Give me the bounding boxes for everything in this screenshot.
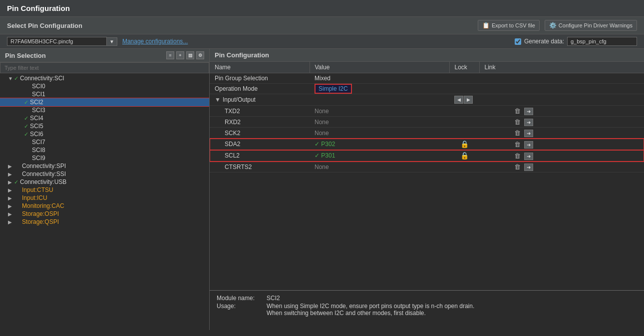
tree-item[interactable]: ▶✓Connectivity:USB [0,178,209,186]
tree-item[interactable]: ▶Storage:OSPI [0,210,209,218]
tree-item[interactable]: SCI3 [0,106,209,114]
configure-warnings-button[interactable]: ⚙️ Configure Pin Driver Warnings [545,20,637,31]
config-row-actions[interactable]: 🗑 ➜ [509,128,644,139]
file-select: ▼ [7,37,117,46]
tree-arrow-icon: ▼ [8,76,14,81]
tree-item[interactable]: ▶Connectivity:SSI [0,170,209,178]
config-row-link [479,106,509,117]
pin-config-title: Pin Configuration [215,51,269,59]
tree-item[interactable]: ▶Input:CTSU [0,186,209,194]
config-row-value[interactable]: None [310,117,449,128]
operation-mode-value: Simple I2C [315,84,352,94]
tree-arrow-icon: ▶ [8,203,14,209]
tree-arrow-icon: ▶ [8,219,14,225]
tree-item[interactable]: SCI8 [0,146,209,154]
table-row[interactable]: SCK2None 🗑 ➜ [210,128,644,139]
tree-item[interactable]: SCI0 [0,82,209,90]
config-row-link [479,139,509,150]
config-row-lock [449,106,479,117]
io-nav-left-button[interactable]: ◀ [454,96,463,104]
tree-item[interactable]: ✓SCI2 [0,98,209,106]
filename-dropdown-button[interactable]: ▼ [107,37,117,46]
config-row-actions[interactable]: 🗑 ➜ [509,117,644,128]
filter-icon[interactable]: ▤ [186,51,194,59]
lock-icon[interactable]: 🔒 [460,152,469,160]
module-name-value: SCI2 [267,295,280,302]
config-row-value[interactable]: None [310,162,449,172]
tree-item[interactable]: SCI7 [0,138,209,146]
right-panel: Pin Configuration Name Value Lock Link P… [210,49,644,330]
table-row[interactable]: ▼Input/Output ◀ ▶ [210,94,644,106]
config-row-link [479,117,509,128]
file-row: ▼ Manage configurations... Generate data… [0,34,644,49]
table-row[interactable]: RXD2None 🗑 ➜ [210,117,644,128]
tree-label: Input:CTSU [22,186,53,193]
io-nav-right-button[interactable]: ▶ [464,96,473,104]
table-row[interactable]: TXD2None 🗑 ➜ [210,106,644,117]
delete-icon[interactable]: 🗑 [514,163,521,170]
tree-item[interactable]: ▶Storage:QSPI [0,218,209,226]
tree-item[interactable]: SCI9 [0,154,209,162]
delete-icon[interactable]: 🗑 [514,107,521,115]
table-row[interactable]: Pin Group SelectionMixed [210,73,644,84]
config-row-value [310,94,449,106]
navigate-right-icon[interactable]: ➜ [524,119,533,126]
tree-label: Monitoring:CAC [22,202,64,209]
tree-item[interactable]: ▶Monitoring:CAC [0,202,209,210]
delete-icon[interactable]: 🗑 [514,129,521,137]
tree-item[interactable]: ▶Input:ICU [0,194,209,202]
navigate-right-icon[interactable]: ➜ [524,164,533,171]
col-actions [509,62,644,73]
tree-check-icon: ✓ [24,99,28,106]
table-row[interactable]: Operation ModeSimple I2C [210,84,644,94]
tree-label: SCI3 [32,107,45,114]
generate-data-checkbox[interactable] [515,38,521,45]
filename-input[interactable] [7,37,107,46]
navigate-right-icon[interactable]: ➜ [524,153,533,160]
tree-arrow-icon: ▶ [8,211,14,217]
tree-label: Connectivity:SCI [20,75,64,82]
tree-item[interactable]: SCI1 [0,90,209,98]
delete-icon[interactable]: 🗑 [514,152,521,160]
config-row-value[interactable]: Simple I2C [310,84,449,94]
config-row-name: SCL2 [210,150,310,162]
filter-input[interactable] [0,62,209,73]
collapse-all-icon[interactable]: ≡ [166,51,174,59]
config-row-value[interactable]: None [310,128,449,139]
delete-icon[interactable]: 🗑 [514,118,521,126]
config-row-value[interactable]: ✓ P301 [310,150,449,162]
tree-label: SCI8 [32,147,45,154]
tree-item[interactable]: ▼✓Connectivity:SCI [0,74,209,82]
col-lock: Lock [449,62,479,73]
expand-icon[interactable]: + [176,51,184,59]
config-row-value[interactable]: ✓ P302 [310,139,449,150]
config-row-lock[interactable]: 🔒 [449,139,479,150]
tree-item[interactable]: ▶Connectivity:SPI [0,162,209,170]
usage-row: Usage: When using Simple I2C mode, ensur… [217,303,637,317]
settings-icon[interactable]: ⚙ [196,51,204,59]
export-csv-button[interactable]: 📋 Export to CSV file [478,20,540,31]
tree-check-icon: ✓ [24,115,28,122]
tree-item[interactable]: ✓SCI6 [0,130,209,138]
config-row-lock[interactable]: 🔒 [449,150,479,162]
config-row-value[interactable]: None [310,106,449,117]
manage-configs-link[interactable]: Manage configurations... [122,38,188,45]
navigate-right-icon[interactable]: ➜ [524,130,533,137]
navigate-right-icon[interactable]: ➜ [524,108,533,115]
config-row-actions[interactable]: 🗑 ➜ [509,139,644,150]
config-row-actions[interactable]: 🗑 ➜ [509,106,644,117]
table-row[interactable]: CTSRTS2None 🗑 ➜ [210,162,644,172]
config-row-actions[interactable]: 🗑 ➜ [509,162,644,172]
tree-label: SCI6 [30,131,43,138]
tree-check-icon: ✓ [14,75,18,82]
lock-icon[interactable]: 🔒 [460,140,469,148]
table-row[interactable]: SCL2✓ P301🔒 🗑 ➜ [210,150,644,162]
delete-icon[interactable]: 🗑 [514,141,521,148]
navigate-right-icon[interactable]: ➜ [524,141,533,149]
generate-data-input[interactable] [567,37,637,46]
tree-item[interactable]: ✓SCI5 [0,122,209,130]
config-bar-actions: 📋 Export to CSV file ⚙️ Configure Pin Dr… [478,20,637,31]
tree-item[interactable]: ✓SCI4 [0,114,209,122]
config-row-actions[interactable]: 🗑 ➜ [509,150,644,162]
table-row[interactable]: SDA2✓ P302🔒 🗑 ➜ [210,139,644,150]
